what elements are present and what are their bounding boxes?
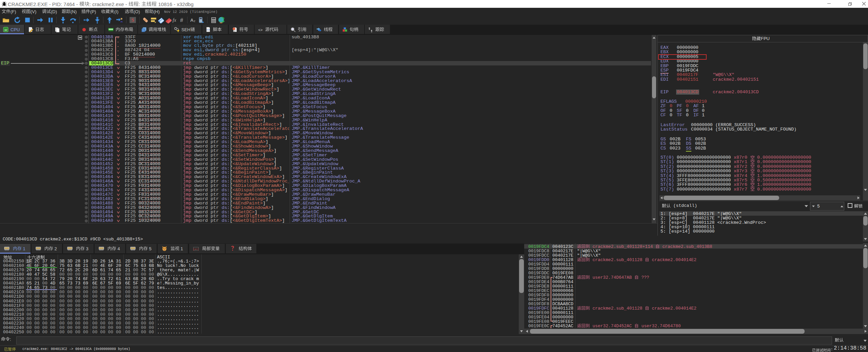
svg-text:<>: <> [258,28,262,32]
svg-text:#: # [180,17,183,23]
svg-text:z: z [194,19,196,23]
svg-text:S: S [131,17,134,23]
svg-text:A: A [190,18,194,23]
svg-text:[x=]: [x=] [193,248,199,251]
svg-text:fx: fx [173,17,176,23]
svg-text:<>: <> [206,28,210,31]
svg-text:32: 32 [4,28,7,32]
